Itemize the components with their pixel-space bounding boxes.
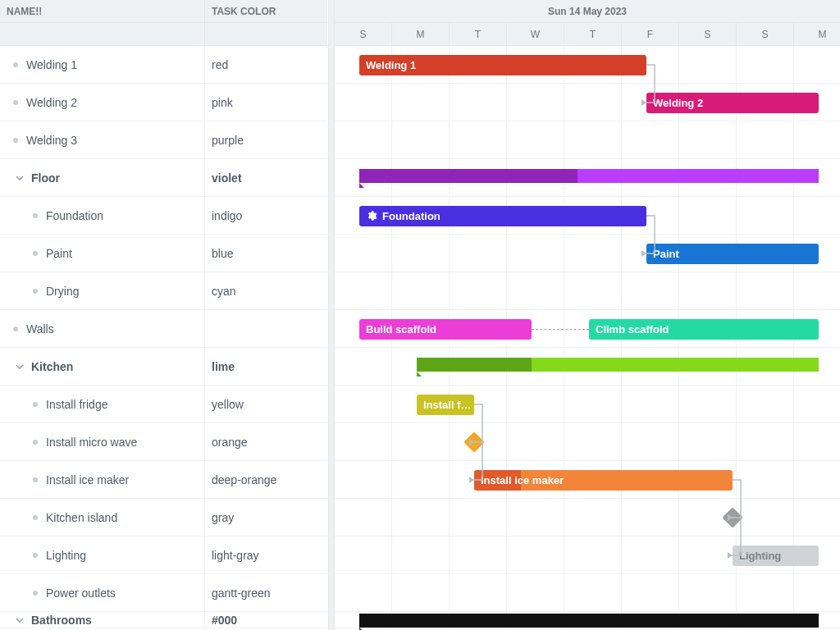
task-name-cell: Install micro wave bbox=[0, 423, 205, 460]
table-row[interactable]: Install ice makerdeep-orange bbox=[0, 461, 327, 499]
gantt-bar-label: Welding 2 bbox=[653, 97, 703, 109]
task-color-cell: red bbox=[205, 46, 327, 83]
gantt-bar-label: Install f… bbox=[423, 399, 472, 411]
task-name-cell: Welding 3 bbox=[0, 121, 205, 158]
task-name-cell: Bathrooms bbox=[0, 612, 205, 628]
bullet-icon bbox=[33, 251, 38, 256]
gantt-parent-bar[interactable] bbox=[359, 169, 819, 183]
gantt-bar-label: Lighting bbox=[739, 550, 781, 562]
task-name-label: Install ice maker bbox=[46, 473, 129, 486]
table-row[interactable]: Paintblue bbox=[0, 235, 327, 272]
gantt-bar[interactable]: Welding 2 bbox=[646, 93, 819, 113]
gantt-bar-label: Welding 1 bbox=[366, 59, 416, 71]
task-color-cell: pink bbox=[205, 84, 327, 121]
task-color-cell: purple bbox=[205, 121, 327, 158]
table-row[interactable]: Power outletsgantt-green bbox=[0, 574, 327, 612]
gantt-bar[interactable]: Lighting bbox=[733, 546, 819, 566]
gantt-parent-bar[interactable] bbox=[417, 358, 819, 372]
day-header-cell: S bbox=[679, 23, 737, 45]
gantt-bar[interactable]: Install f… bbox=[417, 395, 474, 415]
day-header-cell: M bbox=[794, 23, 840, 45]
gantt-bar[interactable]: Climb scaffold bbox=[589, 319, 819, 340]
bullet-icon bbox=[33, 213, 38, 218]
gantt-chart[interactable]: Sun 14 May 2023 SMTWTFSSM Welding 1Weldi… bbox=[335, 0, 840, 630]
header-color[interactable]: TASK COLOR bbox=[205, 0, 327, 22]
task-name-label: Install micro wave bbox=[46, 436, 137, 449]
task-color-cell: violet bbox=[205, 159, 327, 196]
bullet-icon bbox=[33, 402, 38, 407]
gantt-bar[interactable]: Foundation bbox=[359, 206, 646, 226]
bullet-icon bbox=[33, 553, 38, 558]
day-header-cell: S bbox=[737, 23, 794, 45]
table-row[interactable]: Welding 1red bbox=[0, 46, 327, 84]
gantt-bar-label: Install ice maker bbox=[481, 474, 564, 486]
table-row[interactable]: Welding 2pink bbox=[0, 84, 327, 121]
dependency-line bbox=[532, 329, 589, 330]
bullet-icon bbox=[13, 326, 18, 331]
chevron-down-icon[interactable] bbox=[13, 171, 26, 185]
table-row[interactable]: Kitchen islandgray bbox=[0, 499, 327, 536]
task-name-cell: Drying bbox=[0, 272, 205, 309]
task-name-cell: Walls bbox=[0, 310, 205, 347]
task-name-cell: Power outlets bbox=[0, 574, 205, 611]
task-name-label: Walls bbox=[26, 322, 54, 336]
task-name-cell: Welding 2 bbox=[0, 84, 205, 121]
gantt-bar-label: Foundation bbox=[382, 210, 441, 222]
table-row[interactable]: Install fridgeyellow bbox=[0, 386, 327, 423]
table-row[interactable]: Dryingcyan bbox=[0, 272, 327, 310]
bullet-icon bbox=[33, 515, 38, 520]
bullet-icon bbox=[13, 62, 18, 67]
task-name-label: Lighting bbox=[46, 549, 86, 562]
task-name-label: Floor bbox=[31, 171, 60, 185]
task-name-label: Kitchen island bbox=[46, 511, 117, 524]
gantt-bar[interactable]: Paint bbox=[646, 244, 819, 264]
table-row[interactable]: Welding 3purple bbox=[0, 121, 327, 159]
task-name-label: Install fridge bbox=[46, 398, 107, 411]
gantt-bar-label: Climb scaffold bbox=[596, 323, 669, 336]
task-color-cell: indigo bbox=[205, 197, 327, 234]
table-row[interactable]: Lightinglight-gray bbox=[0, 536, 327, 574]
task-color-cell: lime bbox=[205, 348, 327, 385]
header-name[interactable]: NAME!! bbox=[0, 0, 205, 22]
chevron-down-icon[interactable] bbox=[13, 360, 26, 373]
task-name-cell: Lighting bbox=[0, 536, 205, 573]
table-row[interactable]: Bathrooms#000 bbox=[0, 612, 327, 628]
task-color-cell: blue bbox=[205, 235, 327, 272]
table-row[interactable]: Walls bbox=[0, 310, 327, 348]
task-color-cell: gantt-green bbox=[205, 574, 327, 611]
table-row[interactable]: Foundationindigo bbox=[0, 197, 327, 235]
task-name-label: Welding 2 bbox=[26, 96, 77, 109]
day-header-cell: T bbox=[564, 23, 622, 45]
gantt-bar[interactable]: Build scaffold bbox=[359, 319, 532, 340]
gear-icon bbox=[366, 210, 377, 221]
task-color-cell: deep-orange bbox=[205, 461, 327, 498]
task-color-cell: cyan bbox=[205, 272, 327, 309]
gantt-app: NAME!! TASK COLOR Welding 1redWelding 2p… bbox=[0, 0, 840, 630]
gantt-bar[interactable]: Install ice maker bbox=[474, 470, 733, 491]
task-table: NAME!! TASK COLOR Welding 1redWelding 2p… bbox=[0, 0, 328, 630]
splitter[interactable] bbox=[328, 0, 335, 630]
table-row[interactable]: Kitchenlime bbox=[0, 348, 327, 386]
table-body: Welding 1redWelding 2pinkWelding 3purple… bbox=[0, 46, 327, 628]
task-name-label: Welding 1 bbox=[26, 58, 77, 71]
table-row[interactable]: Install micro waveorange bbox=[0, 423, 327, 461]
task-name-label: Drying bbox=[46, 285, 79, 298]
bullet-icon bbox=[33, 440, 38, 445]
task-name-label: Foundation bbox=[46, 209, 103, 222]
table-row[interactable]: Floorviolet bbox=[0, 159, 327, 197]
task-name-cell: Install ice maker bbox=[0, 461, 205, 498]
table-header-spacer bbox=[0, 23, 327, 46]
task-color-cell: gray bbox=[205, 499, 327, 536]
task-name-label: Welding 3 bbox=[26, 134, 77, 147]
chevron-down-icon[interactable] bbox=[13, 614, 26, 627]
bullet-icon bbox=[33, 477, 38, 482]
day-header-cell: F bbox=[622, 23, 679, 45]
gantt-bar[interactable]: Welding 1 bbox=[359, 55, 646, 75]
task-color-cell: light-gray bbox=[205, 536, 327, 573]
gantt-parent-bar[interactable] bbox=[359, 614, 819, 628]
task-name-cell: Kitchen bbox=[0, 348, 205, 385]
gantt-bar-label: Build scaffold bbox=[366, 323, 436, 336]
task-name-label: Kitchen bbox=[31, 360, 73, 373]
day-header-cell: M bbox=[392, 23, 450, 45]
bullet-icon bbox=[33, 591, 38, 596]
